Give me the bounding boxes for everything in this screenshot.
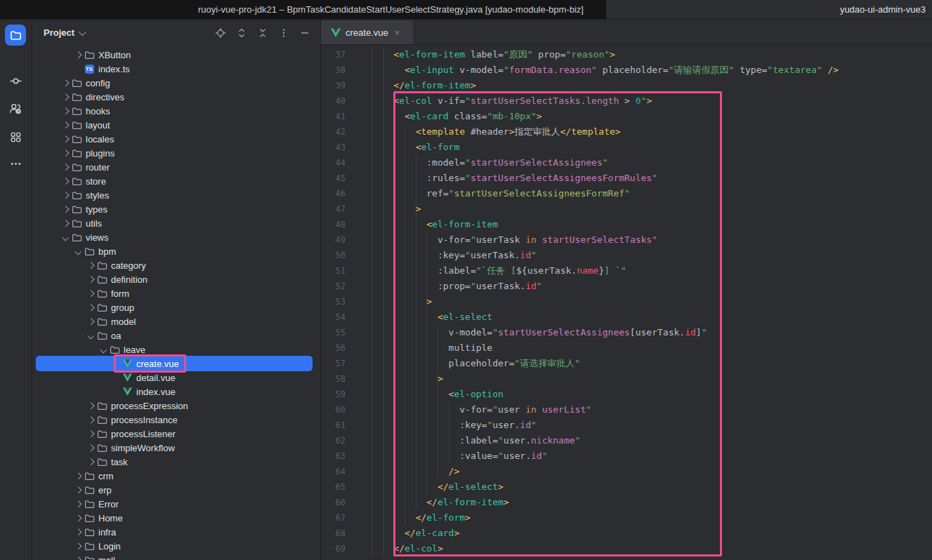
chevron-right-icon[interactable]: [85, 302, 96, 313]
tree-item-task[interactable]: task: [32, 455, 320, 469]
tree-item-group[interactable]: group: [32, 300, 320, 314]
line-number[interactable]: 60: [321, 402, 372, 418]
tree-item-processExpression[interactable]: processExpression: [32, 399, 320, 413]
tree-item-crm[interactable]: crm: [32, 469, 320, 483]
line-number[interactable]: 65: [321, 479, 372, 495]
line-number[interactable]: 43: [321, 140, 372, 155]
chevron-right-icon[interactable]: [85, 400, 96, 411]
code-line-46[interactable]: 46 ref="startUserSelectAssigneesFormRef": [321, 186, 932, 201]
line-number[interactable]: 48: [321, 217, 372, 232]
chevron-down-icon[interactable]: [60, 232, 71, 243]
code-line-56[interactable]: 56 multiple: [321, 340, 932, 356]
line-number[interactable]: 68: [321, 526, 372, 541]
line-number[interactable]: 47: [321, 201, 372, 217]
code-line-66[interactable]: 66 </el-form-item>: [321, 495, 932, 510]
tree-item-processInstance[interactable]: processInstance: [32, 413, 320, 427]
code-line-43[interactable]: 43 <el-form: [321, 140, 932, 155]
line-number[interactable]: 66: [321, 495, 372, 510]
line-number[interactable]: 69: [321, 541, 372, 556]
line-number[interactable]: 41: [321, 109, 372, 124]
line-number[interactable]: 57: [321, 356, 372, 371]
tree-item-mall[interactable]: mall: [32, 553, 320, 560]
tree-item-index-ts[interactable]: TSindex.ts: [32, 62, 320, 76]
chevron-right-icon[interactable]: [85, 414, 96, 425]
line-number[interactable]: 38: [321, 62, 372, 78]
collapse-all-button[interactable]: [256, 26, 270, 40]
tree-item-config[interactable]: config: [32, 76, 320, 90]
code-line-61[interactable]: 61 :key="user.id": [321, 418, 932, 433]
line-number[interactable]: 55: [321, 325, 372, 340]
chevron-right-icon[interactable]: [85, 456, 96, 467]
tree-item-definition[interactable]: definition: [32, 272, 320, 286]
code-line-64[interactable]: 64 />: [321, 464, 932, 479]
chevron-down-icon[interactable]: [85, 330, 96, 341]
tree-item-erp[interactable]: erp: [32, 483, 320, 497]
structure-tool-button[interactable]: [5, 126, 26, 147]
pull-requests-tool-button[interactable]: ?: [5, 98, 26, 119]
line-number[interactable]: 37: [321, 47, 372, 62]
tab-create-vue[interactable]: create.vue ×: [321, 20, 413, 44]
chevron-right-icon[interactable]: [85, 428, 96, 439]
code-line-62[interactable]: 62 :label="user.nickname": [321, 433, 932, 448]
front-window-titlebar[interactable]: yudao-ui-admin-vue3: [605, 0, 932, 19]
tree-item-bpm[interactable]: bpm: [32, 244, 320, 258]
line-number[interactable]: 40: [321, 93, 372, 109]
tree-item-router[interactable]: router: [32, 160, 320, 174]
line-number[interactable]: 44: [321, 155, 372, 171]
tree-item-category[interactable]: category: [32, 258, 320, 272]
line-number[interactable]: 50: [321, 248, 372, 263]
line-number[interactable]: 64: [321, 464, 372, 479]
line-number[interactable]: 39: [321, 78, 372, 93]
commit-tool-button[interactable]: [5, 70, 26, 91]
hide-panel-button[interactable]: [298, 26, 312, 40]
chevron-right-icon[interactable]: [60, 175, 71, 187]
chevron-right-icon[interactable]: [72, 526, 84, 538]
tree-item-Error[interactable]: Error: [32, 497, 320, 511]
chevron-right-icon[interactable]: [60, 133, 71, 145]
tree-item-styles[interactable]: styles: [32, 188, 320, 202]
project-tool-button[interactable]: [5, 25, 26, 46]
code-line-67[interactable]: 67 </el-form>: [321, 510, 932, 526]
tree-item-Login[interactable]: Login: [32, 539, 320, 553]
line-number[interactable]: 53: [321, 294, 372, 309]
line-number[interactable]: 58: [321, 371, 372, 387]
chevron-right-icon[interactable]: [72, 540, 84, 552]
tree-item-form[interactable]: form: [32, 286, 320, 300]
chevron-right-icon[interactable]: [85, 316, 96, 327]
line-number[interactable]: 49: [321, 232, 372, 248]
code-line-39[interactable]: 39 </el-form-item>: [321, 78, 932, 93]
tree-item-layout[interactable]: layout: [32, 118, 320, 132]
code-line-38[interactable]: 38 <el-input v-model="formData.reason" p…: [321, 62, 932, 78]
code-line-68[interactable]: 68 </el-card>: [321, 526, 932, 541]
tree-item-XButton[interactable]: XButton: [32, 48, 320, 62]
code-line-52[interactable]: 52 :prop="userTask.id": [321, 279, 932, 294]
chevron-right-icon[interactable]: [60, 161, 71, 173]
code-line-37[interactable]: 37 <el-form-item label="原因" prop="reason…: [321, 47, 932, 62]
tab-close-icon[interactable]: ×: [395, 28, 400, 37]
tree-item-leave[interactable]: leave: [32, 342, 320, 356]
project-panel-title-dropdown[interactable]: Project: [44, 27, 84, 38]
chevron-right-icon[interactable]: [85, 260, 96, 271]
line-number[interactable]: 59: [321, 387, 372, 402]
code-line-48[interactable]: 48 <el-form-item: [321, 217, 932, 232]
chevron-down-icon[interactable]: [72, 246, 84, 257]
code-line-69[interactable]: 69 </el-col>: [321, 541, 932, 556]
tree-item-utils[interactable]: utils: [32, 216, 320, 230]
tree-item-model[interactable]: model: [32, 314, 320, 328]
line-number[interactable]: 63: [321, 448, 372, 464]
locate-file-button[interactable]: [214, 26, 228, 40]
chevron-right-icon[interactable]: [72, 470, 84, 481]
code-line-45[interactable]: 45 :rules="startUserSelectAssigneesFormR…: [321, 171, 932, 186]
tree-item-infra[interactable]: infra: [32, 525, 320, 539]
chevron-right-icon[interactable]: [72, 498, 84, 509]
tree-item-views[interactable]: views: [32, 230, 320, 244]
code-line-60[interactable]: 60 v-for="user in userList": [321, 402, 932, 418]
line-number[interactable]: 67: [321, 510, 372, 526]
tree-item-simpleWorkflow[interactable]: simpleWorkflow: [32, 441, 320, 455]
tree-item-directives[interactable]: directives: [32, 90, 320, 104]
line-number[interactable]: 51: [321, 263, 372, 279]
code-line-59[interactable]: 59 <el-option: [321, 387, 932, 402]
code-line-57[interactable]: 57 placeholder="请选择审批人": [321, 356, 932, 371]
chevron-right-icon[interactable]: [72, 512, 84, 524]
line-number[interactable]: 42: [321, 124, 372, 140]
